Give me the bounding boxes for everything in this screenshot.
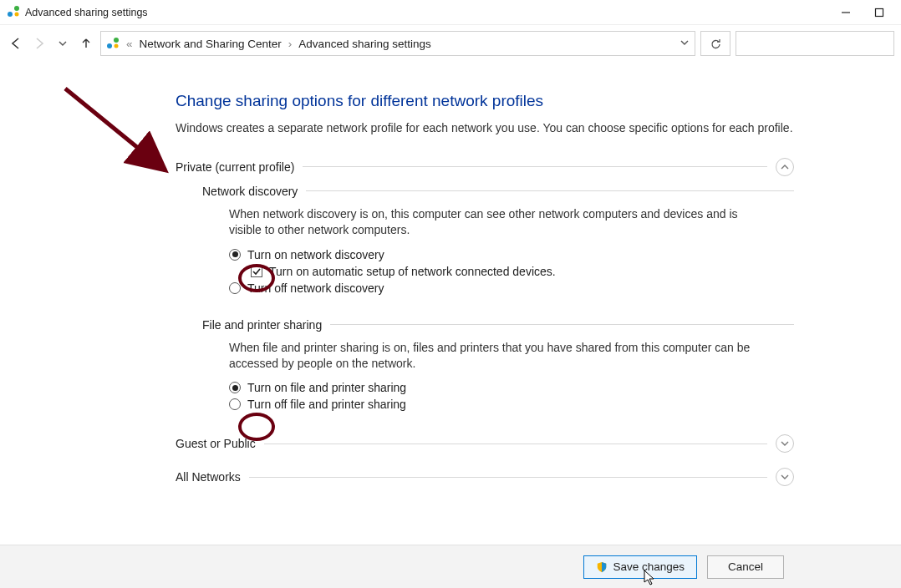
cancel-label: Cancel (728, 560, 763, 573)
section-guest-header[interactable]: Guest or Public (176, 434, 794, 453)
content-area: Change sharing options for different net… (176, 92, 794, 491)
chevron-right-icon: › (288, 38, 293, 50)
page-subheading: Windows creates a separate network profi… (176, 120, 794, 136)
svg-point-6 (114, 38, 119, 43)
address-bar[interactable]: « Network and Sharing Center › Advanced … (100, 31, 695, 56)
save-changes-button[interactable]: Save changes (583, 555, 697, 579)
file-printer-title: File and printer sharing (202, 318, 322, 332)
section-guest-label: Guest or Public (176, 437, 256, 450)
cancel-button[interactable]: Cancel (707, 555, 784, 579)
check-auto-setup[interactable] (251, 266, 262, 277)
radio-nd-off-label: Turn off network discovery (247, 281, 384, 295)
svg-point-0 (8, 12, 13, 17)
radio-fp-off[interactable] (229, 398, 241, 410)
breadcrumb-part1[interactable]: Network and Sharing Center (140, 38, 282, 50)
divider (303, 166, 767, 167)
minimize-button[interactable] (837, 4, 854, 21)
shield-icon (596, 561, 608, 573)
footer-bar: Save changes Cancel (0, 545, 901, 588)
radio-fp-on[interactable] (229, 382, 241, 393)
svg-point-2 (15, 13, 19, 17)
network-discovery-desc: When network discovery is on, this compu… (229, 206, 772, 238)
section-private-header[interactable]: Private (current profile) (176, 158, 794, 176)
back-button[interactable] (7, 32, 25, 55)
window-title: Advanced sharing settings (25, 7, 148, 18)
radio-nd-off-row[interactable]: Turn off network discovery (229, 281, 794, 295)
refresh-button[interactable] (700, 31, 730, 56)
maximize-button[interactable] (871, 4, 888, 21)
subsection-network-discovery: Network discovery When network discovery… (202, 185, 794, 295)
nav-toolbar: « Network and Sharing Center › Advanced … (0, 25, 901, 62)
window-controls (837, 4, 894, 21)
collapse-private-button[interactable] (776, 158, 794, 176)
svg-point-1 (14, 6, 19, 11)
network-discovery-title: Network discovery (202, 185, 298, 198)
network-sharing-icon (7, 4, 20, 20)
section-all-header[interactable]: All Networks (176, 468, 794, 486)
svg-point-5 (107, 43, 112, 48)
breadcrumb-icon (106, 36, 120, 52)
radio-fp-off-label: Turn off file and printer sharing (247, 398, 406, 411)
radio-fp-off-row[interactable]: Turn off file and printer sharing (229, 398, 794, 411)
expand-guest-button[interactable] (776, 434, 794, 453)
divider (249, 477, 767, 478)
file-printer-desc: When file and printer sharing is on, fil… (229, 340, 772, 372)
radio-nd-on-label: Turn on network discovery (247, 248, 384, 261)
radio-nd-on[interactable] (229, 249, 241, 261)
svg-rect-4 (876, 8, 883, 16)
save-changes-label: Save changes (613, 560, 685, 573)
radio-fp-on-row[interactable]: Turn on file and printer sharing (229, 381, 794, 394)
forward-button[interactable] (30, 32, 48, 55)
breadcrumb-ellipsis: « (126, 38, 133, 50)
breadcrumb-part2[interactable]: Advanced sharing settings (298, 38, 430, 50)
divider (306, 190, 794, 191)
divider (330, 324, 794, 325)
recent-dropdown-icon[interactable] (53, 32, 72, 55)
expand-all-button[interactable] (776, 468, 794, 486)
page-heading: Change sharing options for different net… (176, 92, 794, 110)
section-all-label: All Networks (176, 470, 241, 484)
subsection-file-printer: File and printer sharing When file and p… (202, 318, 794, 412)
titlebar: Advanced sharing settings (0, 0, 901, 25)
section-private-label: Private (current profile) (176, 160, 294, 174)
radio-fp-on-label: Turn on file and printer sharing (247, 381, 406, 394)
radio-nd-on-row[interactable]: Turn on network discovery (229, 248, 794, 261)
check-auto-setup-label: Turn on automatic setup of network conne… (269, 265, 556, 278)
radio-nd-off[interactable] (229, 282, 241, 294)
svg-point-7 (115, 43, 119, 48)
up-button[interactable] (77, 32, 95, 55)
annotation-arrow (57, 80, 191, 197)
search-input[interactable] (736, 31, 894, 56)
divider (264, 444, 767, 444)
svg-line-8 (65, 89, 165, 170)
address-dropdown-icon[interactable] (680, 38, 690, 50)
check-auto-setup-row[interactable]: Turn on automatic setup of network conne… (251, 265, 794, 278)
